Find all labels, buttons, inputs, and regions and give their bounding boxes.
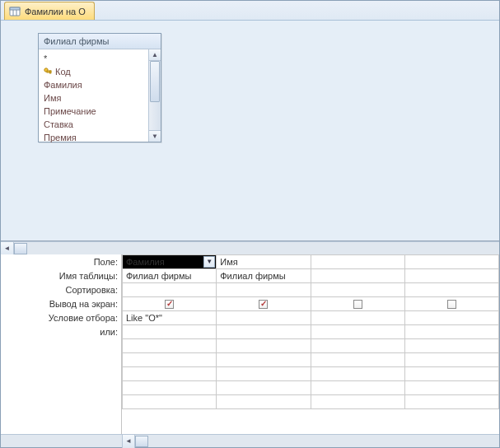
qbe-cell-show[interactable] <box>404 297 498 311</box>
field-row[interactable]: * <box>39 52 148 65</box>
qbe-cell-blank[interactable] <box>311 395 404 409</box>
qbe-cell-criteria[interactable] <box>404 311 498 325</box>
label-sort: Сортировка: <box>1 282 121 296</box>
field-row[interactable]: Имя <box>39 91 148 105</box>
qbe-cell-blank[interactable] <box>123 339 217 353</box>
label-show: Вывод на экран: <box>1 296 121 310</box>
qbe-cell-field[interactable] <box>404 255 498 269</box>
qbe-cell-blank[interactable] <box>217 367 311 381</box>
qbe-cell-sort[interactable] <box>311 283 404 297</box>
primary-key-icon <box>44 68 52 76</box>
field-label: Примечание <box>44 106 96 116</box>
qbe-cell-sort[interactable] <box>217 283 311 297</box>
label-or: или: <box>1 324 121 338</box>
qbe-cell-table[interactable] <box>404 269 498 283</box>
qbe-hscroll[interactable]: ◄ <box>1 434 499 447</box>
qbe-cell-blank[interactable] <box>311 353 404 367</box>
qbe-cell-show[interactable] <box>217 297 311 311</box>
qbe-columns[interactable]: Фамилия▼ИмяФилиал фирмыФилиал фирмыLike … <box>122 254 499 434</box>
qbe-cell-or[interactable] <box>217 325 311 339</box>
object-tab-title: Фамилии на О <box>25 7 86 16</box>
field-label: Код <box>55 67 71 77</box>
qbe-cell-blank[interactable] <box>311 381 404 395</box>
svg-rect-6 <box>50 71 51 73</box>
field-label: Ставка <box>44 119 73 129</box>
field-row[interactable]: Фамилия <box>39 78 148 91</box>
hscroll-left-button[interactable]: ◄ <box>1 242 14 255</box>
qbe-cell-blank[interactable] <box>217 395 311 409</box>
qbe-cell-criteria[interactable] <box>311 311 404 325</box>
qbe-hscroll-thumb[interactable] <box>135 436 148 447</box>
qbe-cell-or[interactable] <box>123 325 217 339</box>
qbe-hscroll-left-button[interactable]: ◄ <box>122 435 135 448</box>
qbe-cell-field[interactable]: Фамилия▼ <box>123 255 217 269</box>
show-checkbox[interactable] <box>126 300 213 309</box>
qbe-cell-blank[interactable] <box>123 395 217 409</box>
field-label: Премия <box>44 133 77 142</box>
qbe-cell-sort[interactable] <box>404 283 498 297</box>
title-strip: Фамилии на О <box>1 1 499 21</box>
field-row[interactable]: Ставка <box>39 118 148 131</box>
field-label: Фамилия <box>44 80 82 90</box>
qbe-cell-blank[interactable] <box>217 339 311 353</box>
design-pane-hscroll[interactable]: ◄ <box>1 241 499 254</box>
qbe-cell-criteria[interactable]: Like "О*" <box>123 311 217 325</box>
field-row[interactable]: Код <box>39 65 148 78</box>
qbe-cell-blank[interactable] <box>404 339 498 353</box>
table-card-scrollbar[interactable]: ▲ ▼ <box>148 49 161 142</box>
qbe-cell-blank[interactable] <box>404 367 498 381</box>
label-table: Имя таблицы: <box>1 268 121 282</box>
qbe-cell-table[interactable] <box>311 269 404 283</box>
qbe-cell-show[interactable] <box>123 297 217 311</box>
show-checkbox[interactable] <box>409 300 495 309</box>
qbe-cell-blank[interactable] <box>404 353 498 367</box>
qbe-cell-value: Фамилия <box>126 257 165 267</box>
qbe-cell-table[interactable]: Филиал фирмы <box>217 269 311 283</box>
field-list[interactable]: *КодФамилияИмяПримечаниеСтавкаПремия <box>39 49 148 142</box>
qbe-cell-sort[interactable] <box>123 283 217 297</box>
qbe-cell-field[interactable] <box>311 255 404 269</box>
field-label: * <box>44 54 47 63</box>
table-card-body: *КодФамилияИмяПримечаниеСтавкаПремия ▲ ▼ <box>39 49 161 142</box>
field-row[interactable]: Примечание <box>39 105 148 118</box>
field-label: Имя <box>44 93 61 103</box>
scroll-thumb[interactable] <box>150 61 160 102</box>
hscroll-thumb[interactable] <box>14 243 27 254</box>
svg-rect-1 <box>10 7 20 10</box>
qbe-cell-field[interactable]: Имя <box>217 255 311 269</box>
show-checkbox[interactable] <box>220 300 306 309</box>
qbe-cell-blank[interactable] <box>311 367 404 381</box>
qbe-cell-or[interactable] <box>311 325 404 339</box>
qbe-grid: Поле: Имя таблицы: Сортировка: Вывод на … <box>1 254 499 447</box>
qbe-cell-table[interactable]: Филиал фирмы <box>123 269 217 283</box>
dropdown-button[interactable]: ▼ <box>203 256 215 268</box>
scroll-down-button[interactable]: ▼ <box>149 130 161 142</box>
qbe-cell-show[interactable] <box>311 297 404 311</box>
show-checkbox[interactable] <box>315 300 401 309</box>
qbe-cell-blank[interactable] <box>123 381 217 395</box>
label-criteria: Условие отбора: <box>1 310 121 324</box>
qbe-cell-blank[interactable] <box>217 381 311 395</box>
qbe-cell-blank[interactable] <box>217 353 311 367</box>
field-row[interactable]: Премия <box>39 131 148 144</box>
qbe-cell-criteria[interactable] <box>217 311 311 325</box>
query-design-window: Фамилии на О Филиал фирмы *КодФамилияИмя… <box>0 0 500 448</box>
qbe-cell-blank[interactable] <box>123 353 217 367</box>
qbe-cell-blank[interactable] <box>123 367 217 381</box>
qbe-row-labels: Поле: Имя таблицы: Сортировка: Вывод на … <box>1 254 122 434</box>
table-card[interactable]: Филиал фирмы *КодФамилияИмяПримечаниеСта… <box>38 33 161 142</box>
qbe-cell-blank[interactable] <box>311 339 404 353</box>
qbe-cell-blank[interactable] <box>404 381 498 395</box>
qbe-cell-or[interactable] <box>404 325 498 339</box>
label-field: Поле: <box>1 254 121 268</box>
table-diagram-pane[interactable]: Филиал фирмы *КодФамилияИмяПримечаниеСта… <box>1 21 499 241</box>
table-card-title[interactable]: Филиал фирмы <box>39 34 161 49</box>
object-tab[interactable]: Фамилии на О <box>4 2 95 20</box>
scroll-up-button[interactable]: ▲ <box>149 49 161 61</box>
qbe-cell-blank[interactable] <box>404 395 498 409</box>
query-icon <box>9 6 21 17</box>
